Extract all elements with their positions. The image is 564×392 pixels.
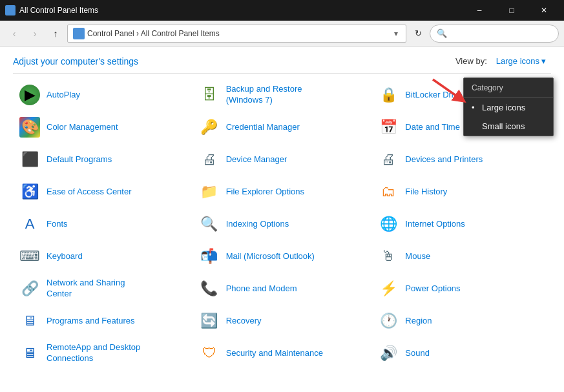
- address-dropdown-arrow[interactable]: ▾: [394, 29, 398, 38]
- fileexplorer-icon: 📁: [199, 181, 220, 202]
- search-bar[interactable]: 🔍: [430, 25, 559, 43]
- default-label: Default Programs: [47, 154, 112, 165]
- dropdown-header: Category: [464, 78, 553, 98]
- devices-icon: 🖨: [378, 149, 399, 170]
- dropdown-arrow-icon: ▾: [541, 56, 546, 66]
- grid-item-security[interactable]: 🛡Security and Maintenance: [193, 337, 372, 369]
- autoplay-label: AutoPlay: [47, 90, 80, 101]
- address-bar[interactable]: Control Panel › All Control Panel Items …: [67, 25, 406, 43]
- devices-label: Devices and Printers: [405, 154, 483, 165]
- autoplay-icon: ▶: [19, 85, 40, 105]
- keyboard-label: Keyboard: [47, 251, 83, 262]
- datetime-label: Date and Time: [405, 122, 460, 133]
- mail-label: Mail (Microsoft Outlook): [226, 251, 315, 262]
- grid-item-recovery[interactable]: 🔄Recovery: [193, 305, 372, 337]
- app-icon: [5, 5, 16, 15]
- programs-label: Programs and Features: [47, 316, 135, 327]
- internet-label: Internet Options: [405, 219, 465, 230]
- window-controls: – □ ✕: [465, 0, 559, 21]
- security-icon: 🛡: [199, 343, 220, 364]
- phone-label: Phone and Modem: [226, 284, 297, 294]
- sound-icon: 🔊: [378, 343, 399, 364]
- default-icon: ⬛: [19, 149, 40, 170]
- view-by-control: View by: Large icons ▾: [455, 54, 551, 68]
- view-by-dropdown[interactable]: Large icons ▾: [491, 54, 551, 68]
- region-label: Region: [405, 316, 432, 327]
- refresh-button[interactable]: ↻: [409, 25, 427, 43]
- dropdown-large-icons[interactable]: Large icons: [464, 98, 553, 117]
- grid-item-color[interactable]: 🎨Color Management: [13, 111, 193, 143]
- view-by-label: View by:: [455, 56, 487, 66]
- color-icon: 🎨: [19, 117, 40, 138]
- back-button[interactable]: ‹: [5, 25, 23, 43]
- bitlocker-icon: 🔒: [378, 85, 399, 105]
- device-label: Device Manager: [226, 154, 287, 165]
- recovery-label: Recovery: [226, 316, 262, 327]
- grid-item-indexing[interactable]: 🔍Indexing Options: [193, 208, 372, 240]
- credential-icon: 🔑: [199, 117, 220, 138]
- search-icon: 🔍: [437, 28, 447, 38]
- view-by-value: Large icons: [496, 56, 539, 66]
- network-label: Network and Sharing Center: [47, 278, 125, 300]
- grid-item-fileexplorer[interactable]: 📁File Explorer Options: [193, 176, 372, 208]
- grid-item-power[interactable]: ⚡Power Options: [371, 273, 551, 305]
- grid-item-device[interactable]: 🖨Device Manager: [193, 143, 372, 176]
- power-label: Power Options: [405, 284, 460, 294]
- ease-icon: ♿: [19, 181, 40, 202]
- fonts-label: Fonts: [47, 219, 68, 230]
- address-text: Control Panel › All Control Panel Items: [87, 29, 392, 38]
- grid-item-sound[interactable]: 🔊Sound: [371, 337, 551, 369]
- ease-label: Ease of Access Center: [47, 187, 132, 198]
- grid-item-backup[interactable]: 🗄Backup and Restore (Windows 7): [193, 79, 372, 111]
- grid-item-region[interactable]: 🕐Region: [371, 305, 551, 337]
- top-bar: Adjust your computer's settings View by:…: [13, 54, 551, 74]
- large-icons-label: Large icons: [482, 103, 525, 112]
- maximize-button[interactable]: □: [497, 0, 527, 21]
- sound-label: Sound: [405, 348, 430, 359]
- grid-item-devices[interactable]: 🖨Devices and Printers: [371, 143, 551, 176]
- red-arrow: [430, 76, 468, 108]
- view-dropdown-menu: Category Large icons Small icons: [463, 77, 554, 136]
- keyboard-icon: ⌨: [19, 246, 40, 267]
- backup-label: Backup and Restore (Windows 7): [226, 84, 302, 106]
- grid-item-autoplay[interactable]: ▶AutoPlay: [13, 79, 193, 111]
- grid-item-fonts[interactable]: AFonts: [13, 208, 193, 240]
- grid-item-filehistory[interactable]: 🗂File History: [371, 176, 551, 208]
- fileexplorer-label: File Explorer Options: [226, 187, 304, 198]
- grid-item-default[interactable]: ⬛Default Programs: [13, 143, 193, 176]
- close-button[interactable]: ✕: [529, 0, 559, 21]
- dropdown-small-icons[interactable]: Small icons: [464, 117, 553, 136]
- svg-line-1: [433, 79, 461, 99]
- indexing-label: Indexing Options: [226, 219, 289, 230]
- indexing-icon: 🔍: [199, 214, 220, 234]
- grid-item-keyboard[interactable]: ⌨Keyboard: [13, 240, 193, 273]
- grid-item-ease[interactable]: ♿Ease of Access Center: [13, 176, 193, 208]
- grid-item-programs[interactable]: 🖥Programs and Features: [13, 305, 193, 337]
- up-button[interactable]: ↑: [47, 25, 65, 43]
- internet-icon: 🌐: [378, 214, 399, 234]
- phone-icon: 📞: [199, 278, 220, 299]
- page-title: Adjust your computer's settings: [13, 56, 138, 67]
- mouse-icon: 🖱: [378, 246, 399, 267]
- forward-button[interactable]: ›: [26, 25, 44, 43]
- grid-item-remoteapp[interactable]: 🖥RemoteApp and Desktop Connections: [13, 337, 193, 369]
- device-icon: 🖨: [199, 149, 220, 170]
- mail-icon: 📬: [199, 246, 220, 267]
- mouse-label: Mouse: [405, 251, 430, 262]
- filehistory-label: File History: [405, 187, 447, 198]
- grid-item-internet[interactable]: 🌐Internet Options: [371, 208, 551, 240]
- grid-item-credential[interactable]: 🔑Credential Manager: [193, 111, 372, 143]
- grid-item-phone[interactable]: 📞Phone and Modem: [193, 273, 372, 305]
- remoteapp-icon: 🖥: [19, 343, 40, 364]
- recovery-icon: 🔄: [199, 311, 220, 331]
- grid-item-network[interactable]: 🔗Network and Sharing Center: [13, 273, 193, 305]
- minimize-button[interactable]: –: [465, 0, 494, 21]
- title-bar: All Control Panel Items – □ ✕: [0, 0, 564, 21]
- address-icon: [73, 28, 85, 39]
- fonts-icon: A: [19, 214, 40, 234]
- backup-icon: 🗄: [199, 85, 220, 105]
- grid-item-mail[interactable]: 📬Mail (Microsoft Outlook): [193, 240, 372, 273]
- security-label: Security and Maintenance: [226, 348, 323, 359]
- programs-icon: 🖥: [19, 311, 40, 331]
- grid-item-mouse[interactable]: 🖱Mouse: [371, 240, 551, 273]
